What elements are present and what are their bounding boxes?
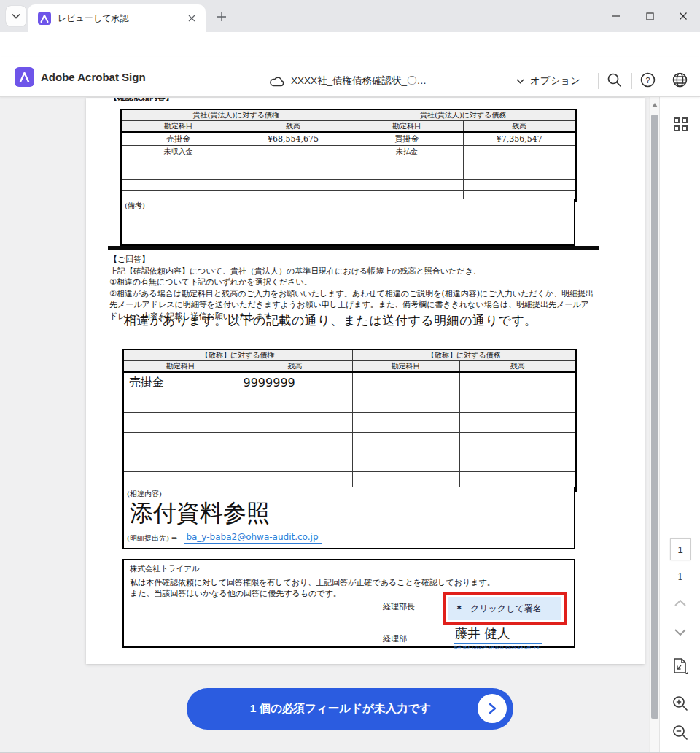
table-cell[interactable] bbox=[352, 412, 459, 432]
reply-heading: 【ご回答】 bbox=[109, 254, 596, 266]
clipped-section-heading: 【確認依頼内容】 bbox=[109, 98, 255, 103]
detail-email-link[interactable]: ba_y-baba2@ohwa-audit.co.jp bbox=[184, 532, 321, 544]
next-page-button[interactable] bbox=[660, 629, 700, 636]
scroll-up-icon[interactable] bbox=[652, 103, 658, 107]
table-cell[interactable] bbox=[459, 412, 576, 432]
table-row: 勘定科目 残高 勘定科目 残高 bbox=[121, 121, 576, 133]
table-cell[interactable] bbox=[352, 372, 459, 393]
signature-timestamp: 藤井 健人 (2025年3月10日 15:59:14 GMT+9) bbox=[454, 645, 542, 650]
svg-text:?: ? bbox=[645, 76, 650, 85]
table-cell: 買掛金 bbox=[351, 132, 463, 145]
table-cell[interactable] bbox=[238, 452, 352, 471]
table-cell: — bbox=[463, 145, 576, 158]
table-row: 【敬称】に対する債権 【敬称】に対する債務 bbox=[123, 350, 576, 361]
sign-field-label: クリックして署名 bbox=[470, 603, 542, 615]
table-cell bbox=[236, 179, 351, 190]
table-cell[interactable] bbox=[352, 452, 459, 471]
page-thumbnails-button[interactable] bbox=[660, 117, 700, 131]
browser-tab[interactable]: レビューして承認 bbox=[28, 4, 206, 32]
table-cell[interactable] bbox=[459, 393, 576, 412]
table-cell[interactable] bbox=[123, 452, 238, 471]
section-divider bbox=[108, 246, 599, 250]
maximize-button[interactable] bbox=[633, 0, 666, 32]
table-cell[interactable] bbox=[459, 372, 576, 393]
selected-answer-text[interactable]: 相違があります。以下の記載の通り、または送付する明細の通りです。 bbox=[124, 312, 537, 329]
table-row: 未収入金 — 未払金 — bbox=[121, 145, 576, 158]
table-cell[interactable] bbox=[459, 432, 576, 452]
column-header-cell: 残高 bbox=[459, 361, 576, 373]
signature-statement-1: 私は本件確認依頼に対して回答権限を有しており、上記回答が正確であることを確認して… bbox=[130, 577, 495, 588]
fit-page-button[interactable] bbox=[660, 657, 700, 676]
table-row bbox=[123, 452, 576, 471]
scrollbar-thumb[interactable] bbox=[651, 115, 658, 719]
column-header-cell: 勘定科目 bbox=[123, 361, 238, 373]
column-header-cell: 残高 bbox=[238, 361, 352, 373]
group-header-cell: 貴社(貴法人)に対する債権 bbox=[121, 109, 351, 121]
table-cell[interactable] bbox=[238, 393, 352, 412]
table-cell[interactable] bbox=[123, 432, 238, 452]
table-row bbox=[121, 179, 576, 190]
next-field-icon[interactable] bbox=[478, 694, 507, 723]
document-viewport: 【確認依頼内容】 貴社(貴法人)に対する債権 貴社(貴法人)に対する債務 勘定科… bbox=[0, 97, 700, 753]
click-to-sign-field[interactable]: ＊ クリックして署名 bbox=[448, 597, 561, 620]
required-asterisk: ＊ bbox=[455, 603, 464, 615]
table-cell bbox=[351, 158, 463, 169]
divider bbox=[598, 73, 599, 89]
table-cell[interactable] bbox=[123, 412, 238, 432]
response-table: 【敬称】に対する債権 【敬称】に対する債務 勘定科目 残高 勘定科目 残高 売掛… bbox=[122, 349, 577, 492]
zoom-in-button[interactable] bbox=[660, 695, 700, 711]
table-cell[interactable] bbox=[238, 432, 352, 452]
vertical-scrollbar[interactable] bbox=[649, 97, 659, 753]
search-icon[interactable] bbox=[607, 72, 622, 88]
difference-input-field[interactable]: 添付資料参照 bbox=[130, 498, 270, 530]
required-fields-button[interactable]: 1 個の必須フィールドが未入力です bbox=[187, 688, 513, 730]
help-icon[interactable]: ? bbox=[640, 72, 656, 88]
table-row bbox=[121, 169, 576, 179]
detail-destination-label: (明細提出先) ⇒ bbox=[127, 533, 177, 544]
minimize-button[interactable] bbox=[599, 0, 633, 32]
role-label-dept: 経理部 bbox=[383, 633, 407, 644]
column-header-cell: 勘定科目 bbox=[352, 361, 459, 373]
divider bbox=[669, 649, 692, 649]
account-input-field[interactable]: 売掛金 bbox=[123, 372, 238, 393]
viewer-side-panel: 1 1 bbox=[659, 97, 700, 753]
table-cell: ¥7,356,547 bbox=[463, 132, 576, 145]
options-button[interactable]: オプション bbox=[516, 74, 580, 88]
group-header-cell: 【敬称】に対する債権 bbox=[123, 350, 352, 361]
close-button[interactable] bbox=[666, 0, 700, 32]
signed-name-field[interactable]: 藤井 健人 bbox=[454, 625, 542, 644]
table-row: 売掛金 ¥68,554,675 買掛金 ¥7,356,547 bbox=[121, 132, 576, 145]
current-page-thumbnail[interactable]: 1 bbox=[660, 538, 700, 560]
table-cell bbox=[121, 158, 236, 169]
tab-search-button[interactable] bbox=[6, 6, 26, 26]
divider bbox=[631, 73, 632, 89]
brand-title: Adobe Acrobat Sign bbox=[41, 71, 146, 83]
table-cell[interactable] bbox=[459, 452, 576, 471]
table-cell[interactable] bbox=[352, 393, 459, 412]
chevron-down-icon bbox=[516, 79, 524, 84]
table-cell bbox=[463, 169, 576, 179]
table-cell bbox=[463, 179, 576, 190]
table-cell[interactable] bbox=[123, 393, 238, 412]
balance-input-field[interactable]: 9999999 bbox=[238, 372, 352, 393]
tab-close-icon[interactable] bbox=[185, 12, 198, 25]
new-tab-button[interactable] bbox=[214, 9, 229, 24]
previous-page-button[interactable] bbox=[660, 600, 700, 606]
column-header-cell: 勘定科目 bbox=[121, 121, 236, 133]
options-label: オプション bbox=[530, 74, 580, 88]
globe-icon[interactable] bbox=[672, 72, 688, 88]
table-cell bbox=[236, 169, 351, 179]
column-header-cell: 勘定科目 bbox=[351, 121, 463, 133]
remarks-box: (備考) bbox=[120, 199, 575, 246]
table-cell[interactable] bbox=[238, 412, 352, 432]
tab-title: レビューして承認 bbox=[58, 12, 185, 25]
table-cell[interactable] bbox=[352, 432, 459, 452]
browser-window: レビューして承認 https://jp1.docum bbox=[0, 0, 700, 753]
required-fields-label: 1 個の必須フィールドが未入力です bbox=[250, 701, 431, 717]
difference-box: (相違内容) 添付資料参照 (明細提出先) ⇒ ba_y-baba2@ohwa-… bbox=[122, 487, 575, 549]
divider bbox=[669, 687, 692, 687]
page-count-label: 1 bbox=[660, 571, 700, 582]
table-cell bbox=[463, 158, 576, 169]
zoom-out-button[interactable] bbox=[660, 725, 700, 741]
table-cell bbox=[236, 158, 351, 169]
